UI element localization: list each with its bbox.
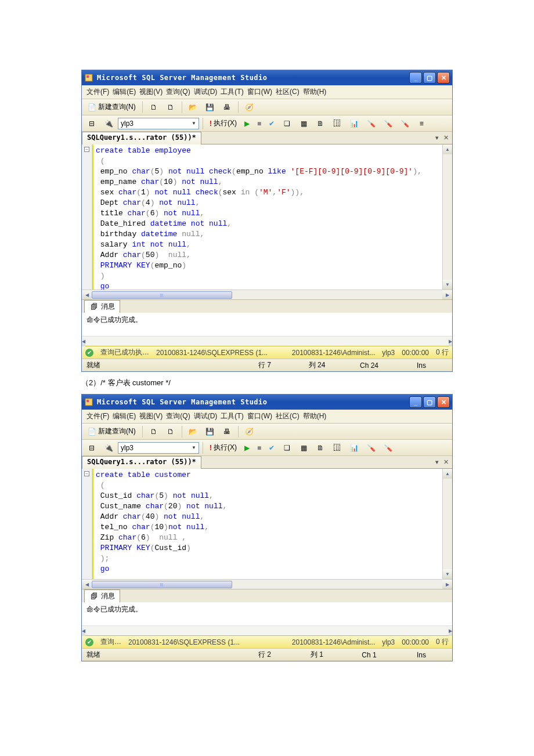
opt3-button[interactable]: 🪛 xyxy=(380,117,395,130)
stop-button[interactable]: ■ xyxy=(254,442,264,454)
horizontal-scrollbar[interactable]: ◀ ▶ xyxy=(82,290,452,299)
outline-button[interactable]: ❑ xyxy=(279,442,294,454)
new-query-button[interactable]: 📄 新建查询(N) xyxy=(84,425,139,438)
scroll-right-icon[interactable]: ▶ xyxy=(449,337,452,346)
menu-window[interactable]: 窗口(W) xyxy=(247,87,272,97)
scroll-right-icon[interactable]: ▶ xyxy=(442,290,452,299)
debug-button[interactable]: ▶ xyxy=(241,117,252,130)
scroll-up-icon[interactable]: ▲ xyxy=(443,469,452,479)
new-file-button[interactable]: 🗋 xyxy=(146,101,161,114)
menu-edit[interactable]: 编辑(E) xyxy=(113,87,136,97)
toggle-button[interactable]: ⊟ xyxy=(84,442,99,454)
menu-query[interactable]: 查询(Q) xyxy=(166,411,190,421)
menu-edit[interactable]: 编辑(E) xyxy=(113,411,136,421)
execute-button[interactable]: ! 执行(X) xyxy=(207,442,240,454)
menu-query[interactable]: 查询(Q) xyxy=(166,87,190,97)
parse-button[interactable]: ✔ xyxy=(266,442,277,454)
vertical-scrollbar[interactable]: ▲ ▼ xyxy=(442,144,452,290)
menu-help[interactable]: 帮助(H) xyxy=(303,87,327,97)
menu-file[interactable]: 文件(F) xyxy=(86,411,109,421)
results-grid-button[interactable]: ▦ xyxy=(296,117,311,130)
scroll-right-icon[interactable]: ▶ xyxy=(442,580,452,589)
minimize-button[interactable]: _ xyxy=(409,72,422,84)
execute-button[interactable]: ! 执行(X) xyxy=(207,117,240,130)
plan-button[interactable]: ⿲ xyxy=(330,442,345,454)
menu-tools[interactable]: 工具(T) xyxy=(221,87,243,97)
document-tab[interactable]: SQLQuery1.s...rator (55))* xyxy=(82,456,201,469)
open-button[interactable]: 📂 xyxy=(186,101,201,114)
parse-button[interactable]: ✔ xyxy=(266,117,277,130)
messages-hscroll[interactable]: ◀ ▶ xyxy=(82,625,452,635)
titlebar[interactable]: Microsoft SQL Server Management Studio _… xyxy=(82,70,452,85)
minimize-button[interactable]: _ xyxy=(409,396,422,408)
change-conn-button[interactable]: 🔌 xyxy=(101,117,116,130)
scroll-thumb[interactable] xyxy=(92,581,232,588)
tab-menu-icon[interactable]: ▾ xyxy=(435,134,439,142)
save-all-button[interactable]: 🖶 xyxy=(219,101,234,114)
code-editor[interactable]: − create table customer ( Cust_id char(5… xyxy=(82,469,452,579)
messages-tab[interactable]: 🗐 消息 xyxy=(84,589,120,602)
scroll-down-icon[interactable]: ▼ xyxy=(443,280,452,290)
open-button[interactable]: 📂 xyxy=(186,425,201,438)
results-text-button[interactable]: 🗎 xyxy=(313,117,328,130)
tab-close-icon[interactable]: ✕ xyxy=(443,134,449,142)
code-area[interactable]: create table employee ( emp_no char(5) n… xyxy=(93,144,442,290)
maximize-button[interactable]: ▢ xyxy=(423,72,436,84)
opt4-button[interactable]: 🪛 xyxy=(397,117,412,130)
debug-button[interactable]: ▶ xyxy=(241,442,252,454)
document-tab[interactable]: SQLQuery1.s...rator (55))* xyxy=(82,132,201,144)
scroll-down-icon[interactable]: ▼ xyxy=(443,569,452,579)
results-grid-button[interactable]: ▦ xyxy=(296,442,311,454)
menu-debug[interactable]: 调试(D) xyxy=(194,87,218,97)
outline-button[interactable]: ❑ xyxy=(279,117,294,130)
scroll-thumb[interactable] xyxy=(92,291,232,299)
indent-button[interactable]: ≡ xyxy=(414,117,429,130)
outline-collapse-icon[interactable]: − xyxy=(84,471,89,476)
activity-button[interactable]: 🧭 xyxy=(242,425,257,438)
opt3-button[interactable]: 🪛 xyxy=(380,442,395,454)
stop-button[interactable]: ■ xyxy=(254,117,264,130)
menu-view[interactable]: 视图(V) xyxy=(139,87,163,97)
menu-view[interactable]: 视图(V) xyxy=(139,411,163,421)
database-combo[interactable]: ylp3 ▼ xyxy=(118,118,199,129)
code-editor[interactable]: − create table employee ( emp_no char(5)… xyxy=(82,144,452,290)
menu-help[interactable]: 帮助(H) xyxy=(303,411,327,421)
save-button[interactable]: 💾 xyxy=(203,425,218,438)
opt1-button[interactable]: 📊 xyxy=(347,442,362,454)
close-button[interactable]: ✕ xyxy=(437,396,450,408)
messages-tab[interactable]: 🗐 消息 xyxy=(84,300,120,313)
titlebar[interactable]: Microsoft SQL Server Management Studio _… xyxy=(82,395,452,410)
horizontal-scrollbar[interactable]: ◀ ▶ xyxy=(82,579,452,589)
messages-hscroll[interactable]: ◀ ▶ xyxy=(82,336,452,346)
menu-community[interactable]: 社区(C) xyxy=(276,411,300,421)
tab-menu-icon[interactable]: ▾ xyxy=(435,458,439,466)
close-button[interactable]: ✕ xyxy=(437,72,450,84)
opt1-button[interactable]: 📊 xyxy=(347,117,362,130)
toggle-button[interactable]: ⊟ xyxy=(84,117,99,130)
scroll-left-icon[interactable]: ◀ xyxy=(82,580,92,589)
opt2-button[interactable]: 🪛 xyxy=(363,442,378,454)
opt2-button[interactable]: 🪛 xyxy=(363,117,378,130)
outline-collapse-icon[interactable]: − xyxy=(84,147,89,152)
new-query-button[interactable]: 📄 新建查询(N) xyxy=(84,101,139,114)
menu-file[interactable]: 文件(F) xyxy=(86,87,109,97)
change-conn-button[interactable]: 🔌 xyxy=(101,442,116,454)
scroll-right-icon[interactable]: ▶ xyxy=(449,626,452,636)
activity-button[interactable]: 🧭 xyxy=(242,101,257,114)
maximize-button[interactable]: ▢ xyxy=(423,396,436,408)
menu-community[interactable]: 社区(C) xyxy=(276,87,300,97)
results-text-button[interactable]: 🗎 xyxy=(313,442,328,454)
menu-window[interactable]: 窗口(W) xyxy=(247,411,272,421)
new-file-button[interactable]: 🗋 xyxy=(146,425,161,438)
tab-close-icon[interactable]: ✕ xyxy=(443,458,449,466)
new-project-button[interactable]: 🗋 xyxy=(163,425,178,438)
vertical-scrollbar[interactable]: ▲ ▼ xyxy=(442,469,452,579)
save-all-button[interactable]: 🖶 xyxy=(219,425,234,438)
code-area[interactable]: create table customer ( Cust_id char(5) … xyxy=(93,469,442,579)
new-project-button[interactable]: 🗋 xyxy=(163,101,178,114)
scroll-left-icon[interactable]: ◀ xyxy=(82,290,92,299)
plan-button[interactable]: ⿲ xyxy=(330,117,345,130)
scroll-up-icon[interactable]: ▲ xyxy=(443,144,452,154)
database-combo[interactable]: ylp3 ▼ xyxy=(118,442,199,454)
save-button[interactable]: 💾 xyxy=(203,101,218,114)
